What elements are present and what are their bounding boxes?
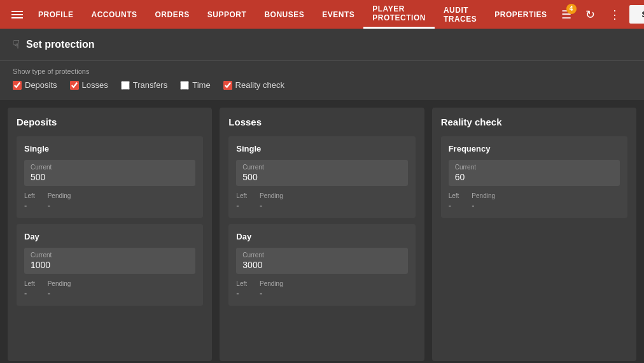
filter-reality-check-checkbox[interactable] — [223, 81, 232, 90]
page-title: Set protection — [26, 39, 95, 50]
nav-item-profile[interactable]: PROFILE — [29, 0, 83, 29]
nav-item-accounts[interactable]: ACCOUNTS — [83, 0, 146, 29]
filter-transfers[interactable]: Transfers — [121, 80, 167, 90]
losses-single-section: Single Current 500 Left - Pending - — [228, 136, 415, 218]
losses-day-current-value: 3000 — [242, 260, 401, 270]
reality-check-frequency-title: Frequency — [449, 144, 620, 153]
top-navigation: PROFILE ACCOUNTS ORDERS SUPPORT BONUSES … — [0, 0, 644, 29]
nav-item-player-protection[interactable]: PLAYER PROTECTION — [363, 0, 435, 29]
losses-single-current-value: 500 — [242, 172, 401, 182]
filter-losses-checkbox[interactable] — [70, 81, 79, 90]
filter-reality-check[interactable]: Reality check — [223, 80, 284, 90]
nav-item-bonuses[interactable]: BONUSES — [255, 0, 313, 29]
losses-day-pending: Pending - — [260, 280, 283, 298]
deposits-day-section: Day Current 1000 Left - Pending - — [17, 224, 203, 306]
deposits-day-lp-row: Left - Pending - — [24, 280, 195, 298]
reality-check-frequency-current-value: 60 — [455, 172, 613, 182]
reality-check-frequency-current-field[interactable]: Current 60 — [449, 160, 620, 186]
filter-deposits[interactable]: Deposits — [13, 80, 57, 90]
deposits-single-title: Single — [24, 144, 195, 153]
deposits-single-current-field[interactable]: Current 500 — [24, 160, 195, 186]
losses-day-title: Day — [236, 232, 407, 241]
save-button[interactable]: Save — [629, 5, 644, 24]
deposits-day-pending: Pending - — [48, 280, 71, 298]
filter-losses[interactable]: Losses — [70, 80, 108, 90]
deposits-day-left: Left - — [24, 280, 35, 298]
losses-single-lp-row: Left - Pending - — [236, 192, 407, 210]
deposits-card: Deposits Single Current 500 Left - Pendi… — [8, 108, 212, 361]
reality-check-frequency-lp-row: Left - Pending - — [449, 192, 620, 210]
losses-day-current-label: Current — [242, 252, 401, 259]
deposits-single-lp-row: Left - Pending - — [24, 192, 195, 210]
filter-reality-check-label: Reality check — [235, 80, 284, 90]
reality-check-card-title: Reality check — [441, 117, 627, 127]
deposits-single-current-label: Current — [31, 164, 189, 171]
nav-item-orders[interactable]: ORDERS — [146, 0, 199, 29]
losses-day-left: Left - — [236, 280, 247, 298]
reality-check-frequency-section: Frequency Current 60 Left - Pending - — [441, 136, 627, 218]
filter-losses-label: Losses — [82, 80, 108, 90]
main-content: Deposits Single Current 500 Left - Pendi… — [0, 100, 644, 363]
nav-item-properties[interactable]: PROPERTIES — [486, 0, 556, 29]
filter-transfers-checkbox[interactable] — [121, 81, 130, 90]
shield-icon: ☟ — [13, 38, 20, 52]
reality-check-frequency-pending: Pending - — [472, 192, 495, 210]
filter-deposits-label: Deposits — [25, 80, 57, 90]
more-options-button[interactable]: ⋮ — [604, 5, 626, 24]
nav-item-support[interactable]: SUPPORT — [199, 0, 256, 29]
losses-day-current-field[interactable]: Current 3000 — [236, 248, 407, 274]
filter-transfers-label: Transfers — [133, 80, 167, 90]
losses-card-title: Losses — [228, 117, 415, 127]
reality-check-frequency-current-label: Current — [455, 164, 613, 171]
reality-check-card: Reality check Frequency Current 60 Left … — [432, 108, 636, 361]
filter-time-label: Time — [192, 80, 210, 90]
deposits-day-current-value: 1000 — [31, 260, 189, 270]
filter-checkboxes: Deposits Losses Transfers Time Reality c… — [13, 80, 631, 90]
losses-day-lp-row: Left - Pending - — [236, 280, 407, 298]
losses-single-current-field[interactable]: Current 500 — [236, 160, 407, 186]
deposits-day-current-label: Current — [31, 252, 189, 259]
deposits-card-title: Deposits — [17, 117, 203, 127]
filter-label: Show type of protections — [13, 68, 631, 75]
deposits-day-title: Day — [24, 232, 195, 241]
filter-bar: Show type of protections Deposits Losses… — [0, 61, 644, 100]
deposits-single-current-value: 500 — [31, 172, 189, 182]
deposits-day-current-field[interactable]: Current 1000 — [24, 248, 195, 274]
hamburger-menu-icon[interactable] — [5, 11, 29, 18]
nav-item-audit-traces[interactable]: AUDIT TRACES — [435, 0, 486, 29]
nav-item-events[interactable]: EVENTS — [313, 0, 363, 29]
deposits-single-left: Left - — [24, 192, 35, 210]
filter-deposits-checkbox[interactable] — [13, 81, 22, 90]
losses-day-section: Day Current 3000 Left - Pending - — [228, 224, 415, 306]
filter-time-checkbox[interactable] — [180, 81, 189, 90]
notifications-button[interactable]: ☰ 4 — [556, 5, 577, 24]
losses-single-left: Left - — [236, 192, 247, 210]
losses-card: Losses Single Current 500 Left - Pending… — [220, 108, 424, 361]
losses-single-title: Single — [236, 144, 407, 153]
deposits-single-section: Single Current 500 Left - Pending - — [17, 136, 203, 218]
notification-badge: 4 — [566, 4, 577, 14]
nav-right-actions: ☰ 4 ↻ ⋮ Save — [556, 5, 644, 24]
set-protection-header: ☟ Set protection — [0, 29, 644, 61]
reality-check-frequency-left: Left - — [449, 192, 459, 210]
deposits-single-pending: Pending - — [48, 192, 71, 210]
losses-single-current-label: Current — [242, 164, 401, 171]
filter-time[interactable]: Time — [180, 80, 210, 90]
refresh-button[interactable]: ↻ — [580, 5, 600, 24]
losses-single-pending: Pending - — [260, 192, 283, 210]
